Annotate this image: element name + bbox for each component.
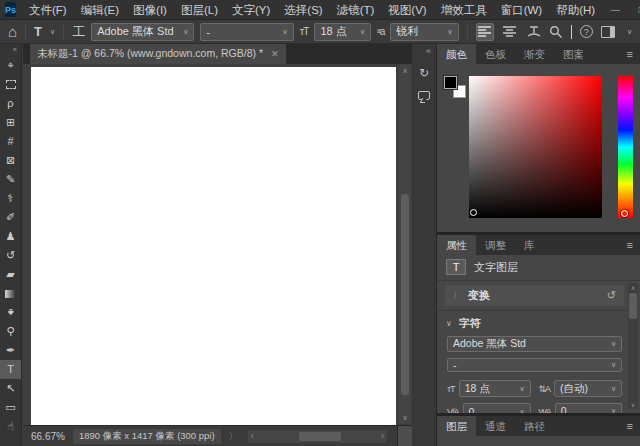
close-tab-icon[interactable]: ✕ <box>271 49 279 59</box>
tab-swatches[interactable]: 色板 <box>476 44 515 64</box>
search-icon[interactable] <box>549 25 563 39</box>
anti-alias-select[interactable]: 锐利 ∨ <box>390 23 458 41</box>
font-style-select[interactable]: - ∨ <box>200 23 293 41</box>
help-icon[interactable]: ? <box>580 25 593 38</box>
tool-type[interactable]: T <box>0 360 21 379</box>
tool-eyedropper[interactable]: ✎ <box>0 170 21 189</box>
menu-filter[interactable]: 滤镜(T) <box>330 0 382 20</box>
tool-brush[interactable]: ✐ <box>0 208 21 227</box>
tool-healing-brush[interactable]: ⚕ <box>0 189 21 208</box>
vertical-scrollbar[interactable]: ∧ ∨ <box>399 65 411 424</box>
zoom-level[interactable]: 66.67% <box>31 431 65 442</box>
menu-window[interactable]: 窗口(W) <box>494 0 550 20</box>
scroll-up-icon[interactable]: ∧ <box>628 284 638 291</box>
hue-slider[interactable] <box>618 76 633 218</box>
char-font-style-select[interactable]: - ∨ <box>447 358 622 372</box>
workspace-switcher-icon[interactable] <box>601 26 615 38</box>
menu-select[interactable]: 选择(S) <box>277 0 329 20</box>
text-orientation-icon[interactable]: 工 <box>72 25 85 38</box>
horizontal-scrollbar-thumb[interactable] <box>299 432 341 441</box>
char-size-select[interactable]: 18 点 ∨ <box>459 380 531 397</box>
hue-slider-marker[interactable] <box>621 210 628 217</box>
menu-type[interactable]: 文字(Y) <box>225 0 277 20</box>
tool-gradient[interactable] <box>0 284 21 303</box>
horizontal-scrollbar[interactable]: ‹ › <box>248 430 387 443</box>
text-layer-icon: T <box>446 259 466 275</box>
resize-grip[interactable] <box>397 426 412 446</box>
properties-scrollbar[interactable]: ∧ ∨ <box>628 283 638 409</box>
tab-gradients[interactable]: 渐变 <box>515 44 554 64</box>
scroll-left-icon[interactable]: ‹ <box>251 430 254 443</box>
panel-menu-icon[interactable]: ≡ <box>627 44 640 64</box>
warp-text-button[interactable] <box>524 23 542 41</box>
vertical-scrollbar-thumb[interactable] <box>401 194 409 395</box>
tool-object-selection[interactable]: ⊞ <box>0 113 21 132</box>
type-tool-icon[interactable]: T <box>34 25 42 38</box>
tab-color[interactable]: 颜色 <box>437 44 476 64</box>
color-field[interactable] <box>469 76 602 218</box>
color-field-marker[interactable] <box>470 209 477 216</box>
align-left-button[interactable] <box>476 23 494 41</box>
tool-dodge[interactable]: ⚲ <box>0 322 21 341</box>
tab-layers[interactable]: 图层 <box>437 416 476 436</box>
status-menu-arrow-icon[interactable]: 〉 <box>229 430 238 443</box>
tool-rectangle[interactable]: ▭ <box>0 398 21 417</box>
scroll-down-icon[interactable]: ∨ <box>399 414 411 422</box>
foreground-background-swatches <box>444 76 470 102</box>
tool-marquee[interactable] <box>0 75 21 94</box>
char-leading-select[interactable]: (自动) ∨ <box>554 380 622 397</box>
tool-clone-stamp[interactable]: ♟ <box>0 227 21 246</box>
maximize-button[interactable]: □ <box>628 0 640 20</box>
menu-layer[interactable]: 图层(L) <box>174 0 225 20</box>
align-center-button[interactable] <box>500 23 518 41</box>
tool-history-brush[interactable]: ↺ <box>0 246 21 265</box>
menu-file[interactable]: 文件(F) <box>22 0 74 20</box>
tab-paths[interactable]: 路径 <box>515 416 554 436</box>
tool-hand[interactable]: ☝ <box>0 417 21 436</box>
collapse-panels-icon[interactable]: « <box>412 44 436 60</box>
tool-move[interactable]: ⌖ <box>0 56 21 75</box>
properties-scrollbar-thumb[interactable] <box>629 293 637 319</box>
menu-plugins[interactable]: 增效工具 <box>434 0 494 20</box>
transform-section-header[interactable]: 〉 变换 ↺ <box>445 285 624 306</box>
document-tab[interactable]: 未标题-1 @ 66.7% (www.gndown.com, RGB/8) * … <box>30 44 286 64</box>
foreground-color-swatch[interactable] <box>444 76 457 89</box>
chevron-down-icon[interactable]: ∨ <box>623 28 632 36</box>
tab-adjustments[interactable]: 调整 <box>476 235 515 255</box>
reset-transform-icon[interactable]: ↺ <box>607 289 616 302</box>
comments-panel-icon[interactable] <box>415 86 434 104</box>
tab-properties[interactable]: 属性 <box>437 235 476 255</box>
tab-libraries[interactable]: 库 <box>515 235 544 255</box>
tool-lasso[interactable]: ρ <box>0 94 21 113</box>
tool-path-selection[interactable]: ↖ <box>0 379 21 398</box>
menu-help[interactable]: 帮助(H) <box>549 0 602 20</box>
font-size-select[interactable]: 18 点 ∨ <box>314 23 371 41</box>
char-font-family-select[interactable]: Adobe 黑体 Std ∨ <box>447 336 622 352</box>
character-section-header[interactable]: ∨ 字符 <box>437 310 640 334</box>
tab-channels[interactable]: 通道 <box>476 416 515 436</box>
scroll-up-icon[interactable]: ∧ <box>399 67 411 75</box>
scroll-right-icon[interactable]: › <box>381 430 384 443</box>
history-panel-icon[interactable]: ↻ <box>415 64 434 82</box>
tool-crop[interactable]: # <box>0 132 21 151</box>
tool-pen[interactable]: ✒ <box>0 341 21 360</box>
char-tracking-select[interactable]: 0 ∨ <box>555 403 622 413</box>
font-family-select[interactable]: Adobe 黑体 Std ∨ <box>91 23 194 41</box>
tab-patterns[interactable]: 图案 <box>554 44 593 64</box>
tool-frame[interactable]: ⊠ <box>0 151 21 170</box>
panel-menu-icon[interactable]: ≡ <box>627 235 640 255</box>
canvas[interactable] <box>31 67 396 425</box>
collapsed-panel-dock: « ↻ <box>412 44 437 446</box>
panel-menu-icon[interactable]: ≡ <box>627 416 640 436</box>
home-icon[interactable]: ⌂ <box>8 24 17 39</box>
toolbar-expand-icon[interactable]: » <box>0 44 21 56</box>
menu-edit[interactable]: 编辑(E) <box>74 0 126 20</box>
menu-view[interactable]: 视图(V) <box>381 0 433 20</box>
tool-eraser[interactable]: ▰ <box>0 265 21 284</box>
tool-preset-arrow-icon[interactable]: ∨ <box>46 28 55 36</box>
scroll-down-icon[interactable]: ∨ <box>628 401 638 408</box>
minimize-button[interactable]: — <box>602 0 628 20</box>
menu-image[interactable]: 图像(I) <box>126 0 174 20</box>
tool-blur[interactable]: ♠ <box>0 303 21 322</box>
char-kerning-select[interactable]: 0 ∨ <box>463 403 531 413</box>
